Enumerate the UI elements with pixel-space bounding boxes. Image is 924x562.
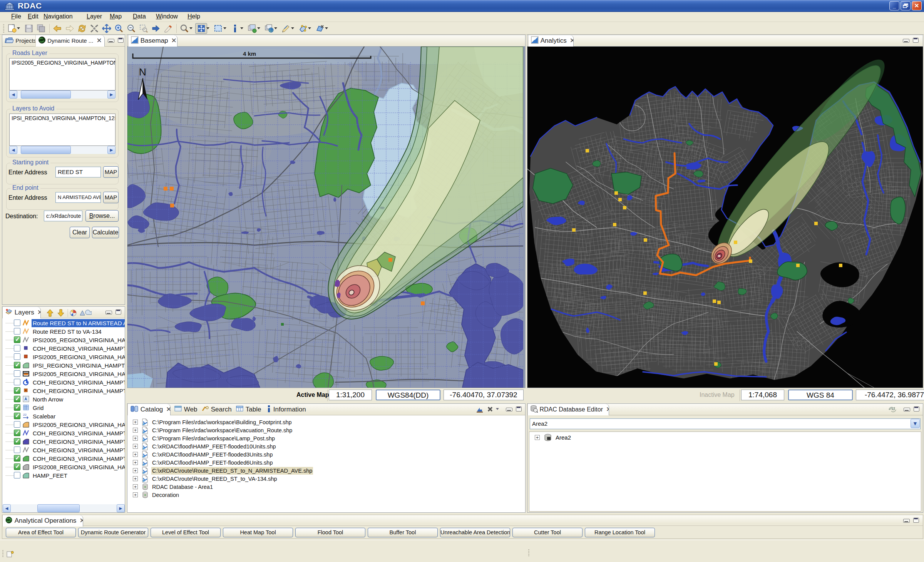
svg-text:4 km: 4 km	[243, 50, 256, 57]
svg-text:N: N	[139, 66, 146, 78]
svg-text:22: 22	[23, 413, 27, 416]
